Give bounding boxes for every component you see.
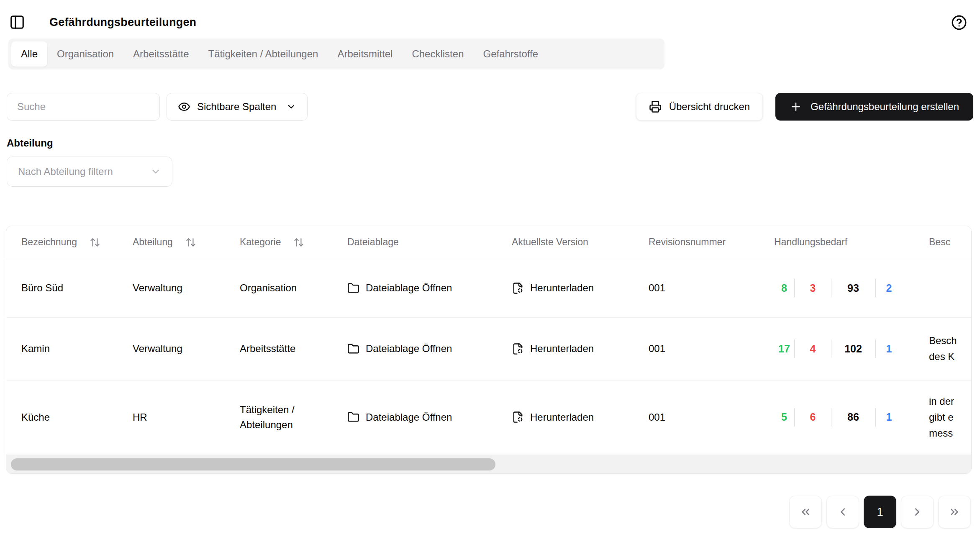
count-total: 93: [831, 282, 875, 294]
count-red: 4: [795, 343, 831, 355]
count-total: 102: [831, 343, 875, 355]
chevrons-right-icon: [948, 506, 961, 518]
pagination: 1: [0, 496, 971, 528]
column-header-abteilung[interactable]: Abteilung: [133, 226, 240, 259]
chevron-down-icon: [286, 102, 296, 112]
count-green: 5: [774, 411, 794, 423]
table-header-row: Bezeichnung Abteilung: [6, 226, 972, 259]
cell-abteilung: HR: [133, 380, 240, 454]
cell-beschreibung: Besch des K: [929, 317, 972, 380]
cell-beschreibung: in der gibt e mess: [929, 380, 972, 454]
create-assessment-button[interactable]: Gefährdungsbeurteilung erstellen: [775, 93, 973, 121]
cell-kategorie: Tätigkeiten / Abteilungen: [240, 380, 347, 454]
tab-organisation[interactable]: Organisation: [47, 41, 123, 67]
sort-icon[interactable]: [185, 237, 196, 248]
print-overview-button[interactable]: Übersicht drucken: [636, 93, 763, 121]
create-assessment-label: Gefährdungsbeurteilung erstellen: [811, 101, 959, 113]
first-page-button[interactable]: [789, 496, 822, 528]
toolbar: Sichtbare Spalten Übersicht drucken Gef: [7, 93, 973, 121]
sidebar-toggle-button[interactable]: [9, 14, 25, 30]
horizontal-scrollbar-thumb[interactable]: [11, 458, 495, 470]
panel-left-icon: [9, 14, 25, 30]
count-total: 86: [831, 411, 875, 423]
tab-alle[interactable]: Alle: [11, 41, 47, 67]
open-file-storage-link[interactable]: Dateiablage Öffnen: [347, 282, 495, 294]
cell-revisionsnummer: 001: [649, 317, 774, 380]
column-header-revisionsnummer: Revisionsnummer: [649, 226, 774, 259]
visible-columns-label: Sichtbare Spalten: [197, 101, 276, 113]
count-green: 17: [774, 343, 794, 355]
chevrons-left-icon: [799, 506, 812, 518]
cell-revisionsnummer: 001: [649, 380, 774, 454]
column-header-kategorie[interactable]: Kategorie: [240, 226, 347, 259]
tab-arbeitsstaette[interactable]: Arbeitsstätte: [123, 41, 198, 67]
next-page-button[interactable]: [901, 496, 934, 528]
column-header-dateiablage: Dateiablage: [347, 226, 512, 259]
help-button[interactable]: [951, 14, 967, 31]
department-filter-placeholder: Nach Abteilung filtern: [18, 166, 113, 177]
tab-taetigkeiten-abteilungen[interactable]: Tätigkeiten / Abteilungen: [199, 41, 328, 67]
plus-icon: [790, 100, 802, 113]
cell-revisionsnummer: 001: [649, 259, 774, 317]
table-row[interactable]: Kamin Verwaltung Arbeitsstätte Dateiabla…: [6, 317, 972, 380]
chevron-left-icon: [836, 506, 849, 518]
current-page-button[interactable]: 1: [864, 496, 896, 528]
search-input[interactable]: [7, 93, 160, 121]
count-blue: 1: [876, 343, 903, 355]
column-header-aktuellste-version: Aktuellste Version: [512, 226, 649, 259]
department-filter-select[interactable]: Nach Abteilung filtern: [7, 157, 172, 187]
topbar: Gefährdungsbeurteilungen: [0, 0, 980, 30]
handlungsbedarf-counts: 17 4 102 1: [774, 339, 912, 358]
count-blue: 2: [876, 282, 903, 294]
download-version-link[interactable]: Herunterladen: [512, 282, 632, 294]
tab-gefahrstoffe[interactable]: Gefahrstoffe: [473, 41, 548, 67]
folder-icon: [347, 282, 359, 294]
previous-page-button[interactable]: [826, 496, 859, 528]
chevron-right-icon: [911, 506, 924, 518]
count-green: 8: [774, 282, 794, 294]
column-header-bezeichnung[interactable]: Bezeichnung: [6, 226, 133, 259]
table-row[interactable]: Küche HR Tätigkeiten / Abteilungen Datei…: [6, 380, 972, 454]
horizontal-scrollbar-track[interactable]: [6, 455, 971, 473]
folder-icon: [347, 411, 359, 423]
cell-kategorie: Organisation: [240, 259, 347, 317]
cell-abteilung: Verwaltung: [133, 317, 240, 380]
assessments-table: Bezeichnung Abteilung: [6, 226, 972, 454]
tab-checklisten[interactable]: Checklisten: [402, 41, 473, 67]
column-header-beschreibung: Besc: [929, 226, 972, 259]
cell-beschreibung: [929, 259, 972, 317]
download-version-link[interactable]: Herunterladen: [512, 411, 632, 423]
printer-icon: [649, 100, 662, 113]
app-root: Gefährdungsbeurteilungen Alle Organisati…: [0, 0, 980, 545]
tab-arbeitsmittel[interactable]: Arbeitsmittel: [328, 41, 402, 67]
department-filter: Abteilung Nach Abteilung filtern: [7, 137, 973, 187]
count-blue: 1: [876, 411, 903, 423]
sort-icon[interactable]: [90, 237, 100, 248]
cell-abteilung: Verwaltung: [133, 259, 240, 317]
chevron-down-icon: [150, 166, 161, 177]
visible-columns-button[interactable]: Sichtbare Spalten: [167, 93, 308, 121]
cell-bezeichnung: Büro Süd: [6, 259, 133, 317]
handlungsbedarf-counts: 5 6 86 1: [774, 408, 912, 427]
assessments-table-card: Bezeichnung Abteilung: [6, 226, 972, 474]
print-overview-label: Übersicht drucken: [669, 101, 750, 113]
category-tabs: Alle Organisation Arbeitsstätte Tätigkei…: [8, 39, 664, 69]
count-red: 6: [795, 411, 831, 423]
department-filter-label: Abteilung: [7, 137, 973, 149]
open-file-storage-link[interactable]: Dateiablage Öffnen: [347, 411, 495, 423]
circle-help-icon: [951, 15, 967, 31]
folder-icon: [347, 343, 359, 355]
last-page-button[interactable]: [938, 496, 971, 528]
sort-icon[interactable]: [293, 237, 304, 248]
count-red: 3: [795, 282, 831, 294]
file-scan-icon: [512, 343, 524, 355]
table-row[interactable]: Büro Süd Verwaltung Organisation Dateiab…: [6, 259, 972, 317]
page-title: Gefährdungsbeurteilungen: [49, 16, 196, 29]
download-version-link[interactable]: Herunterladen: [512, 343, 632, 355]
file-scan-icon: [512, 411, 524, 423]
open-file-storage-link[interactable]: Dateiablage Öffnen: [347, 343, 495, 355]
file-scan-icon: [512, 282, 524, 294]
cell-bezeichnung: Kamin: [6, 317, 133, 380]
handlungsbedarf-counts: 8 3 93 2: [774, 279, 912, 297]
cell-bezeichnung: Küche: [6, 380, 133, 454]
